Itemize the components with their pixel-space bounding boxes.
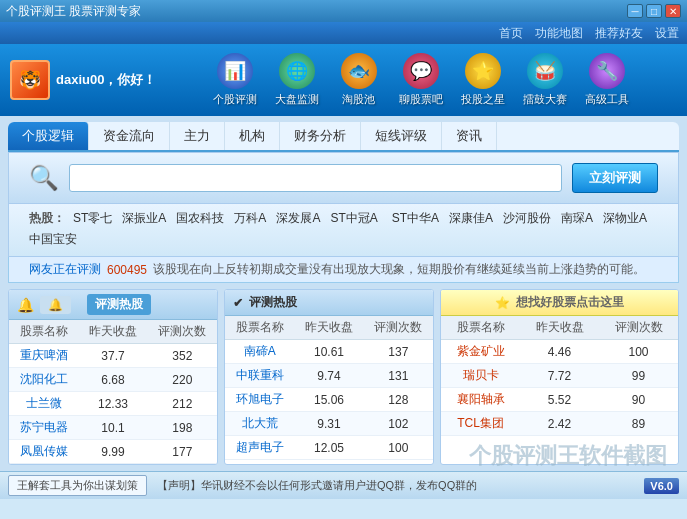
hot-stock-10[interactable]: 深物业A	[603, 210, 647, 227]
stock-pool-icon: 🐟	[341, 53, 377, 89]
stock-name[interactable]: 环旭电子	[236, 392, 284, 406]
table-row[interactable]: 南碲A 10.61 137	[225, 340, 433, 364]
eval-count: 212	[148, 392, 217, 416]
stock-name[interactable]: 中联重科	[236, 368, 284, 382]
table-row[interactable]: 北大荒 9.31 102	[225, 412, 433, 436]
close-button[interactable]: ✕	[665, 4, 681, 18]
bottom-bar: 王解套工具为你出谋划策 【声明】华讯财经不会以任何形式邀请用户进QQ群，发布QQ…	[0, 471, 687, 499]
hot-stock-2[interactable]: 国农科技	[176, 210, 224, 227]
nav-home[interactable]: 首页	[499, 25, 523, 42]
table-row[interactable]: 紫金矿业 4.46 100	[441, 340, 678, 364]
tab-fund-flow[interactable]: 资金流向	[89, 122, 170, 150]
right-section: ⭐ 想找好股票点击这里 股票名称 昨天收盘 评测次数 紫金矿业 4.46 100…	[440, 289, 679, 465]
table-row[interactable]: 瑞贝卡 7.72 99	[441, 364, 678, 388]
hot-stock-4[interactable]: 深发展A	[276, 210, 320, 227]
version-badge: V6.0	[644, 478, 679, 494]
hot-stock-8[interactable]: 沙河股份	[503, 210, 551, 227]
hot-stock-11[interactable]: 中国宝安	[29, 231, 77, 248]
status-right: 【声明】华讯财经不会以任何形式邀请用户进QQ群，发布QQ群的	[153, 476, 644, 495]
stock-name[interactable]: 沈阳化工	[20, 372, 68, 386]
nav-contest-label: 擂鼓大赛	[523, 92, 567, 107]
nav-refer[interactable]: 推荐好友	[595, 25, 643, 42]
user-avatar: 🐯	[10, 60, 50, 100]
minimize-button[interactable]: ─	[627, 4, 643, 18]
ticker-text: 该股现在向上反转初期成交量没有出现放大现象，短期股价有继续延续当前上涨趋势的可能…	[153, 261, 645, 278]
right-col-count: 评测次数	[599, 316, 678, 340]
table-row[interactable]: 襄阳轴承 5.52 90	[441, 388, 678, 412]
tab-institution[interactable]: 机构	[225, 122, 280, 150]
search-button[interactable]: 立刻评测	[572, 163, 658, 193]
hot-stock-1[interactable]: 深振业A	[122, 210, 166, 227]
ticker-code[interactable]: 600495	[107, 263, 147, 277]
search-input[interactable]	[69, 164, 562, 192]
mid-table: 股票名称 昨天收盘 评测次数 南碲A 10.61 137 中联重科 9.74 1…	[225, 316, 433, 460]
eval-count: 352	[148, 344, 217, 368]
checkmark-icon: ✔	[233, 296, 243, 310]
hot-stock-6[interactable]: ST中华A	[392, 210, 439, 227]
hot-stock-7[interactable]: 深康佳A	[449, 210, 493, 227]
right-section-header[interactable]: ⭐ 想找好股票点击这里	[441, 290, 678, 316]
left-section: 🔔 🔔 评测热股 股票名称 昨天收盘 评测次数 重庆啤酒 37.7 352	[8, 289, 218, 465]
stock-price: 4.46	[520, 340, 599, 364]
stock-name[interactable]: 南碲A	[244, 344, 276, 358]
left-tab-anomaly[interactable]: 🔔	[40, 296, 71, 314]
stock-name[interactable]: TCL集团	[457, 416, 504, 430]
nav-stock-pool[interactable]: 🐟 淘股池	[329, 49, 389, 111]
table-row[interactable]: 士兰微 12.33 212	[9, 392, 217, 416]
hot-stock-5[interactable]: ST中冠A	[330, 210, 377, 227]
search-icon: 🔍	[29, 164, 59, 192]
nav-map[interactable]: 功能地图	[535, 25, 583, 42]
nav-star[interactable]: ⭐ 投股之星	[453, 49, 513, 111]
table-row[interactable]: 沈阳化工 6.68 220	[9, 368, 217, 392]
table-row[interactable]: 苏宁电器 10.1 198	[9, 416, 217, 440]
stock-name[interactable]: 超声电子	[236, 440, 284, 454]
tab-main-force[interactable]: 主力	[170, 122, 225, 150]
eval-count: 198	[148, 416, 217, 440]
nav-chat[interactable]: 💬 聊股票吧	[391, 49, 451, 111]
hot-stock-9[interactable]: 南琛A	[561, 210, 593, 227]
nav-settings[interactable]: 设置	[655, 25, 679, 42]
table-row[interactable]: 凤凰传媒 9.99 177	[9, 440, 217, 464]
nav-star-label: 投股之星	[461, 92, 505, 107]
nav-gp-eval[interactable]: 📊 个股评测	[205, 49, 265, 111]
star-icon: ⭐	[465, 53, 501, 89]
stock-price: 5.52	[520, 388, 599, 412]
stock-name[interactable]: 苏宁电器	[20, 420, 68, 434]
stock-name[interactable]: 北大荒	[242, 416, 278, 430]
stock-price: 37.7	[78, 344, 147, 368]
nav-dp-monitor[interactable]: 🌐 大盘监测	[267, 49, 327, 111]
tab-individual[interactable]: 个股逻辑	[8, 122, 89, 150]
mid-section-label: 评测热股	[249, 294, 297, 311]
nav-stock-pool-label: 淘股池	[342, 92, 375, 107]
hot-stock-0[interactable]: ST零七	[73, 210, 112, 227]
tab-short-term[interactable]: 短线评级	[361, 122, 442, 150]
stock-name[interactable]: 重庆啤酒	[20, 348, 68, 362]
nav-gp-eval-label: 个股评测	[213, 92, 257, 107]
stock-price: 15.06	[294, 388, 363, 412]
search-area: 🔍 立刻评测	[8, 152, 679, 204]
chat-icon: 💬	[403, 53, 439, 89]
left-tab-hot[interactable]: 评测热股	[87, 294, 151, 315]
tab-news[interactable]: 资讯	[442, 122, 497, 150]
eval-count: 90	[599, 388, 678, 412]
tabs-bar: 个股逻辑 资金流向 主力 机构 财务分析 短线评级 资讯	[8, 122, 679, 152]
stock-name[interactable]: 凤凰传媒	[20, 444, 68, 458]
tab-finance[interactable]: 财务分析	[280, 122, 361, 150]
stock-name[interactable]: 襄阳轴承	[457, 392, 505, 406]
hot-stock-3[interactable]: 万科A	[234, 210, 266, 227]
window-controls: ─ □ ✕	[627, 4, 681, 18]
table-row[interactable]: 超声电子 12.05 100	[225, 436, 433, 460]
nav-contest[interactable]: 🥁 擂鼓大赛	[515, 49, 575, 111]
maximize-button[interactable]: □	[646, 4, 662, 18]
eval-count: 137	[364, 340, 433, 364]
table-row[interactable]: 重庆啤酒 37.7 352	[9, 344, 217, 368]
stock-name[interactable]: 士兰微	[26, 396, 62, 410]
nav-tools[interactable]: 🔧 高级工具	[577, 49, 637, 111]
eval-count: 128	[364, 388, 433, 412]
user-area: 🐯 daxiu00，你好！	[10, 60, 156, 100]
table-row[interactable]: 中联重科 9.74 131	[225, 364, 433, 388]
table-row[interactable]: 环旭电子 15.06 128	[225, 388, 433, 412]
stock-name[interactable]: 瑞贝卡	[463, 368, 499, 382]
stock-name[interactable]: 紫金矿业	[457, 344, 505, 358]
table-row[interactable]: TCL集团 2.42 89	[441, 412, 678, 436]
